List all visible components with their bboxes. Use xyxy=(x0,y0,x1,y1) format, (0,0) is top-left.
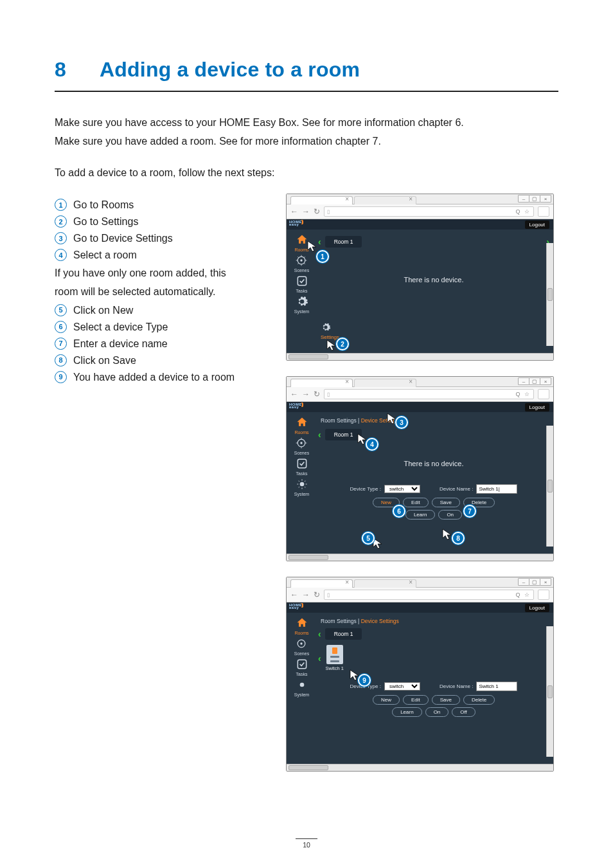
close-icon[interactable]: × xyxy=(540,578,551,586)
new-button[interactable]: New xyxy=(373,695,400,705)
sidebar-item-scenes[interactable]: Scenes xyxy=(294,637,309,656)
url-field[interactable]: ▯Q ☆ xyxy=(324,590,534,600)
device-name-input[interactable] xyxy=(476,484,517,494)
sidebar-item-system[interactable]: System xyxy=(294,678,309,697)
room-chip[interactable]: Room 1 xyxy=(325,628,362,640)
sidebar-item-rooms[interactable]: Rooms xyxy=(294,416,308,435)
sidebar-item-rooms[interactable]: Rooms xyxy=(294,617,308,635)
device-tile[interactable]: Switch 1 xyxy=(325,645,344,671)
sidebar-item-system[interactable]: System xyxy=(294,478,309,496)
url-field[interactable]: ▯Q ☆ xyxy=(324,389,534,399)
prev-arrow-icon[interactable]: ‹ xyxy=(318,653,321,664)
scenes-icon xyxy=(295,254,308,267)
step-marker: 6 xyxy=(55,321,67,333)
page-icon: ▯ xyxy=(327,592,330,598)
url-field[interactable]: ▯Q ☆ xyxy=(324,206,534,217)
no-device-text: There is no device. xyxy=(318,276,549,284)
screenshot-1: –▢× ← → ↻ ▯Q ☆ HOME)))) easy Logout xyxy=(286,194,554,361)
window-buttons[interactable]: –▢× xyxy=(519,578,551,586)
maximize-icon[interactable]: ▢ xyxy=(529,377,540,385)
no-device-text: There is no device. xyxy=(318,460,549,467)
url-right-icons[interactable]: Q ☆ xyxy=(515,592,531,598)
sidebar-item-scenes[interactable]: Scenes xyxy=(294,437,309,455)
device-type-select[interactable]: switch xyxy=(384,485,420,493)
delete-button[interactable]: Delete xyxy=(463,695,495,705)
prev-arrow-icon[interactable]: ‹ xyxy=(318,237,321,247)
sidebar-item-scenes[interactable]: Scenes xyxy=(294,254,309,273)
breadcrumb: Room Settings | Device Settings xyxy=(321,417,549,424)
forward-icon[interactable]: → xyxy=(302,207,310,216)
on-button[interactable]: On xyxy=(438,510,462,520)
browser-menu-icon[interactable] xyxy=(538,389,549,399)
maximize-icon[interactable]: ▢ xyxy=(529,578,540,586)
scenes-icon xyxy=(295,437,308,449)
horizontal-scrollbar[interactable] xyxy=(287,353,553,360)
callout-3: 3 xyxy=(395,416,408,429)
vertical-scrollbar[interactable] xyxy=(546,426,553,547)
horizontal-scrollbar[interactable] xyxy=(287,554,553,561)
device-type-select[interactable]: switch xyxy=(384,682,420,691)
reload-icon[interactable]: ↻ xyxy=(314,590,320,599)
room-chip[interactable]: Room 1 xyxy=(325,236,362,248)
horizontal-scrollbar[interactable] xyxy=(287,764,553,771)
forward-icon[interactable]: → xyxy=(302,390,310,399)
back-icon[interactable]: ← xyxy=(290,207,298,216)
edit-button[interactable]: Edit xyxy=(403,498,429,507)
browser-tab[interactable] xyxy=(354,379,416,387)
browser-tab[interactable] xyxy=(354,579,416,588)
gear-icon xyxy=(296,295,308,308)
browser-menu-icon[interactable] xyxy=(538,590,549,600)
step-3: 3Go to Device Settings xyxy=(55,231,260,246)
back-icon[interactable]: ← xyxy=(290,390,298,399)
save-button[interactable]: Save xyxy=(432,695,460,705)
browser-tab[interactable] xyxy=(290,579,353,588)
url-right-icons[interactable]: Q ☆ xyxy=(515,208,531,215)
close-icon[interactable]: × xyxy=(540,377,551,385)
prev-arrow-icon[interactable]: ‹ xyxy=(318,429,321,440)
reload-icon[interactable]: ↻ xyxy=(314,207,320,216)
browser-tab[interactable] xyxy=(290,196,353,204)
device-type-label: Device Type : xyxy=(350,486,381,492)
step-8: 8Click on Save xyxy=(55,353,260,368)
vertical-scrollbar[interactable] xyxy=(546,243,553,346)
minimize-icon[interactable]: – xyxy=(518,195,529,203)
url-right-icons[interactable]: Q ☆ xyxy=(515,391,531,397)
sidebar-item-tasks[interactable]: Tasks xyxy=(296,658,308,676)
step-marker: 1 xyxy=(55,199,67,211)
window-buttons[interactable]: –▢× xyxy=(519,377,551,385)
browser-tab[interactable] xyxy=(354,196,416,204)
forward-icon[interactable]: → xyxy=(302,590,310,599)
maximize-icon[interactable]: ▢ xyxy=(529,195,540,203)
close-icon[interactable]: × xyxy=(540,195,551,203)
vertical-scrollbar[interactable] xyxy=(546,626,553,757)
step-note-2: room will be selected automatically. xyxy=(55,284,260,300)
on-button[interactable]: On xyxy=(425,707,449,717)
window-buttons[interactable]: –▢× xyxy=(519,195,551,203)
browser-menu-icon[interactable] xyxy=(538,206,549,217)
reload-icon[interactable]: ↻ xyxy=(314,390,320,399)
page-number: 10 xyxy=(296,838,317,849)
scenes-icon xyxy=(295,637,308,650)
learn-button[interactable]: Learn xyxy=(405,510,435,520)
sidebar-item-tasks[interactable]: Tasks xyxy=(296,457,308,476)
settings-icon[interactable] xyxy=(321,322,331,334)
app-logo: HOME))))easy xyxy=(289,602,302,610)
prev-arrow-icon[interactable]: ‹ xyxy=(318,629,321,639)
logout-button[interactable]: Logout xyxy=(525,221,549,229)
device-name-input[interactable] xyxy=(476,682,517,691)
save-button[interactable]: Save xyxy=(432,498,460,507)
minimize-icon[interactable]: – xyxy=(518,578,529,586)
minimize-icon[interactable]: – xyxy=(518,377,529,385)
edit-button[interactable]: Edit xyxy=(403,695,429,705)
learn-button[interactable]: Learn xyxy=(392,707,422,717)
logout-button[interactable]: Logout xyxy=(525,403,549,411)
logout-button[interactable]: Logout xyxy=(525,604,549,612)
browser-tab[interactable] xyxy=(290,379,353,387)
off-button[interactable]: Off xyxy=(452,707,475,717)
screenshots-column: –▢× ← → ↻ ▯Q ☆ HOME)))) easy Logout xyxy=(286,194,558,772)
sidebar-item-system[interactable]: System xyxy=(294,295,309,314)
intro-line-2: Make sure you have added a room. See for… xyxy=(55,134,558,150)
sidebar-item-tasks[interactable]: Tasks xyxy=(296,275,308,293)
chapter-heading: 8Adding a device to a room xyxy=(55,58,558,82)
back-icon[interactable]: ← xyxy=(290,590,298,599)
